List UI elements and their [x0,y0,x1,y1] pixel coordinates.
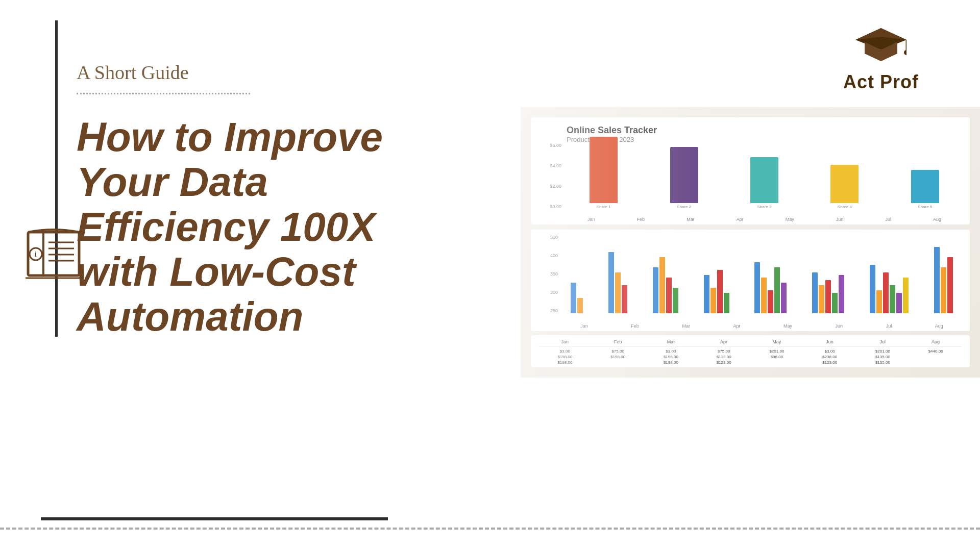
subtitle: A Short Guide [77,61,424,84]
title-line3: Efficiency 100X [77,204,376,249]
title-line2: Your Data [77,159,268,205]
bottom-dashed-line [0,528,980,530]
svg-text:i: i [35,251,37,258]
bottom-solid-line [41,517,388,520]
book-icon: i [20,219,87,286]
title-line5: Automation [77,294,303,339]
dotted-separator-top [77,93,250,94]
chart-title: Online Sales Tracker [567,125,962,136]
main-title: How to Improve Your Data Efficiency 100X… [77,115,424,339]
page: Act Prof A Short Guide How to Improve Yo… [0,0,980,551]
vertical-line [55,20,58,337]
svg-point-3 [904,50,906,55]
chart-subtitle: Product Sales for 2023 [567,136,962,143]
left-content: A Short Guide How to Improve Your Data E… [77,51,424,339]
logo-text: Act Prof [843,71,919,93]
chart-container: Online Sales Tracker Product Sales for 2… [521,107,980,378]
chart-image-area: Online Sales Tracker Product Sales for 2… [521,107,980,378]
top-bar-chart: Online Sales Tracker Product Sales for 2… [531,117,970,224]
book-icon-container: i [20,219,87,286]
logo-area: Act Prof [843,26,919,93]
title-line4: with Low-Cost [77,249,356,294]
graduation-cap-icon [855,26,906,66]
title-line1: How to Improve [77,114,383,160]
